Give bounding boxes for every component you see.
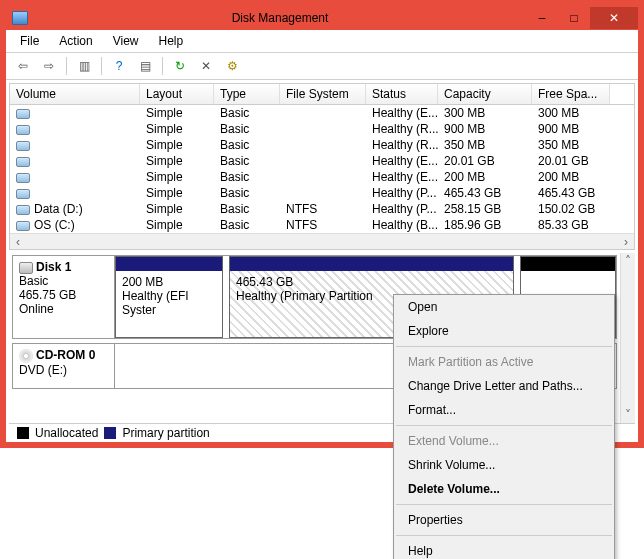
titlebar[interactable]: Disk Management – □ ✕ xyxy=(6,6,638,30)
back-arrow-icon[interactable]: ⇦ xyxy=(12,55,34,77)
cell: 200 MB xyxy=(532,169,610,185)
volume-row[interactable]: SimpleBasicHealthy (E...200 MB200 MB xyxy=(10,169,634,185)
separator xyxy=(396,535,612,536)
col-type[interactable]: Type xyxy=(214,84,280,104)
volume-icon xyxy=(16,141,30,151)
legend-swatch-unallocated xyxy=(17,427,29,439)
partition-desc: Healthy (Primary Partition xyxy=(236,289,373,303)
cell: Simple xyxy=(140,185,214,201)
delete-icon[interactable]: ✕ xyxy=(195,55,217,77)
ctx-change-letter[interactable]: Change Drive Letter and Paths... xyxy=(394,374,614,398)
menu-file[interactable]: File xyxy=(10,32,49,50)
cell: Basic xyxy=(214,169,280,185)
disk-status: Online xyxy=(19,302,54,316)
show-hide-tree-icon[interactable]: ▥ xyxy=(73,55,95,77)
volume-row[interactable]: Data (D:)SimpleBasicNTFSHealthy (P...258… xyxy=(10,201,634,217)
forward-arrow-icon[interactable]: ⇨ xyxy=(38,55,60,77)
col-layout[interactable]: Layout xyxy=(140,84,214,104)
cell: 20.01 GB xyxy=(438,153,532,169)
scroll-up-icon[interactable]: ˄ xyxy=(621,253,635,269)
cell: NTFS xyxy=(280,217,366,233)
ctx-shrink[interactable]: Shrink Volume... xyxy=(394,453,614,477)
cdrom-label[interactable]: CD-ROM 0 DVD (E:) xyxy=(13,344,115,388)
cell: Simple xyxy=(140,105,214,121)
cell: Healthy (E... xyxy=(366,153,438,169)
cdrom-type: DVD (E:) xyxy=(19,363,67,377)
menu-action[interactable]: Action xyxy=(49,32,102,50)
ctx-help[interactable]: Help xyxy=(394,539,614,559)
partition-header-black xyxy=(521,257,615,271)
col-status[interactable]: Status xyxy=(366,84,438,104)
cell xyxy=(280,121,366,137)
volume-row[interactable]: SimpleBasicHealthy (P...465.43 GB465.43 … xyxy=(10,185,634,201)
cell: Basic xyxy=(214,121,280,137)
legend-label-primary: Primary partition xyxy=(122,426,209,440)
cell xyxy=(10,137,140,153)
volume-row[interactable]: SimpleBasicHealthy (E...20.01 GB20.01 GB xyxy=(10,153,634,169)
cell: NTFS xyxy=(280,201,366,217)
volume-icon xyxy=(16,125,30,135)
ctx-format[interactable]: Format... xyxy=(394,398,614,422)
ctx-open[interactable]: Open xyxy=(394,295,614,319)
maximize-button[interactable]: □ xyxy=(558,7,590,29)
close-button[interactable]: ✕ xyxy=(590,7,638,29)
volume-row[interactable]: SimpleBasicHealthy (R...350 MB350 MB xyxy=(10,137,634,153)
scroll-right-icon[interactable]: › xyxy=(618,234,634,249)
cell: Healthy (R... xyxy=(366,137,438,153)
ctx-extend[interactable]: Extend Volume... xyxy=(394,429,614,453)
cell: Basic xyxy=(214,137,280,153)
refresh-icon[interactable]: ↻ xyxy=(169,55,191,77)
cd-icon xyxy=(19,349,33,363)
volume-icon xyxy=(16,205,30,215)
cell xyxy=(10,121,140,137)
col-volume[interactable]: Volume xyxy=(10,84,140,104)
disk-size: 465.75 GB xyxy=(19,288,76,302)
cell: 350 MB xyxy=(532,137,610,153)
disk-1-label[interactable]: Disk 1 Basic 465.75 GB Online xyxy=(13,256,115,338)
volume-row[interactable]: SimpleBasicHealthy (E...300 MB300 MB xyxy=(10,105,634,121)
toolbar: ⇦ ⇨ ▥ ? ▤ ↻ ✕ ⚙ xyxy=(6,53,638,80)
partition-desc: Healthy (EFI Syster xyxy=(122,289,189,317)
cell: 300 MB xyxy=(438,105,532,121)
volume-rows: SimpleBasicHealthy (E...300 MB300 MBSimp… xyxy=(10,105,634,233)
cell xyxy=(10,105,140,121)
partition-size: 200 MB xyxy=(122,275,163,289)
volume-row[interactable]: SimpleBasicHealthy (R...900 MB900 MB xyxy=(10,121,634,137)
properties-icon[interactable]: ▤ xyxy=(134,55,156,77)
cell: Healthy (E... xyxy=(366,105,438,121)
cell: 465.43 GB xyxy=(532,185,610,201)
settings-icon[interactable]: ⚙ xyxy=(221,55,243,77)
cell: Healthy (R... xyxy=(366,121,438,137)
ctx-delete[interactable]: Delete Volume... xyxy=(394,477,614,501)
cell: Healthy (P... xyxy=(366,201,438,217)
cell: 900 MB xyxy=(438,121,532,137)
volume-row[interactable]: OS (C:)SimpleBasicNTFSHealthy (B...185.9… xyxy=(10,217,634,233)
cell: 465.43 GB xyxy=(438,185,532,201)
col-freespace[interactable]: Free Spa... xyxy=(532,84,610,104)
help-icon[interactable]: ? xyxy=(108,55,130,77)
col-capacity[interactable]: Capacity xyxy=(438,84,532,104)
col-filesystem[interactable]: File System xyxy=(280,84,366,104)
cell: OS (C:) xyxy=(10,217,140,233)
cell xyxy=(10,169,140,185)
cell: Basic xyxy=(214,105,280,121)
cell: 20.01 GB xyxy=(532,153,610,169)
scroll-down-icon[interactable]: ˅ xyxy=(621,407,635,423)
window-title: Disk Management xyxy=(34,11,526,25)
ctx-properties[interactable]: Properties xyxy=(394,508,614,532)
disk-type: Basic xyxy=(19,274,48,288)
h-scrollbar[interactable]: ‹ › xyxy=(10,233,634,249)
separator xyxy=(66,57,67,75)
minimize-button[interactable]: – xyxy=(526,7,558,29)
partition-efi[interactable]: 200 MB Healthy (EFI Syster xyxy=(115,256,223,338)
scroll-left-icon[interactable]: ‹ xyxy=(10,234,26,249)
ctx-explore[interactable]: Explore xyxy=(394,319,614,343)
volume-icon xyxy=(16,109,30,119)
v-scrollbar[interactable]: ˄ ˅ xyxy=(620,253,635,423)
context-menu: Open Explore Mark Partition as Active Ch… xyxy=(393,294,615,559)
ctx-mark-active[interactable]: Mark Partition as Active xyxy=(394,350,614,374)
menu-view[interactable]: View xyxy=(103,32,149,50)
menu-help[interactable]: Help xyxy=(149,32,194,50)
cell: 300 MB xyxy=(532,105,610,121)
cell: 900 MB xyxy=(532,121,610,137)
